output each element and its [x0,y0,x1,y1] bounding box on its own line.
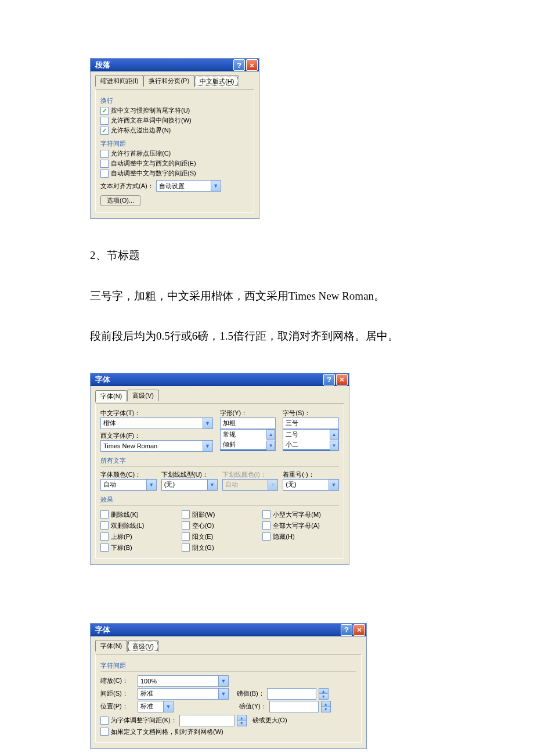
size-input[interactable]: 三号 [283,417,339,429]
chevron-down-icon: ▼ [211,181,221,191]
close-icon[interactable]: × [336,374,348,386]
position-combo[interactable]: 标准▼ [138,701,174,712]
scroll-down-icon[interactable]: ▼ [330,441,338,451]
scroll-down-icon[interactable]: ▼ [266,441,275,451]
ultype-combo[interactable]: (无)▼ [161,479,218,491]
checkbox[interactable] [100,543,109,552]
ulcolor-combo: 自动▼ [222,479,279,491]
by-label: 磅值(B)： [237,689,265,698]
by-input[interactable] [269,701,319,712]
checkbox[interactable] [262,532,270,541]
tab-paging[interactable]: 换行和分页(P) [143,75,194,87]
scrollbar[interactable]: ▲ ▼ [266,430,275,451]
help-icon[interactable]: ? [341,624,352,636]
spinner[interactable]: ▲▼ [321,701,331,712]
chevron-down-icon: ▼ [207,480,217,490]
section-charspacing: 字符间距 [100,661,356,670]
cn-font-combo[interactable]: 楷体 ▼ [100,417,213,429]
style-input[interactable]: 加粗 [220,417,276,429]
en-font-combo[interactable]: Times New Roman ▼ [100,440,213,452]
spinner-up-icon[interactable]: ▲ [322,701,330,707]
combo-value: 自动设置 [157,182,211,190]
style-label: 字形(Y)： [220,409,276,417]
scroll-up-icon[interactable]: ▲ [266,430,275,440]
titlebar: 字体 ? × [91,624,366,636]
tab-font[interactable]: 字体(N) [95,390,127,402]
help-icon[interactable]: ? [233,59,245,71]
spinner[interactable]: ▲▼ [319,688,329,700]
checkbox[interactable] [100,521,109,530]
list-item[interactable]: 常规 [221,430,267,440]
list-item[interactable]: 二号 [283,430,330,440]
tab-cjk[interactable]: 中文版式(H) [194,75,239,87]
kern-input[interactable] [179,715,234,726]
checkbox[interactable] [100,117,109,125]
checkbox[interactable] [100,510,109,519]
checkbox[interactable] [262,521,270,530]
checkbox[interactable]: ✓ [100,107,109,115]
titlebar: 段落 ? × [91,59,259,71]
chevron-down-icon: ▼ [203,441,212,451]
spinner-up-icon[interactable]: ▲ [319,689,328,694]
cb-label: 允许西文在单词中间换行(W) [111,116,192,125]
spinner-down-icon[interactable]: ▼ [319,694,328,699]
checkbox[interactable]: ✓ [100,127,109,135]
color-label: 字体颜色(C)： [100,470,157,479]
list-item[interactable]: 小二 [283,440,330,449]
tab-advanced[interactable]: 高级(V) [127,390,159,401]
spinner[interactable]: ▲▼ [237,715,247,726]
checkbox[interactable] [100,170,109,178]
scrollbar[interactable]: ▲ ▼ [330,430,338,451]
checkbox[interactable] [182,510,190,519]
checkbox[interactable] [100,728,109,736]
size-list[interactable]: 二号 小二 三号 ▲ ▼ [283,429,339,451]
cb-label: 自动调整中文与数字的间距(S) [111,169,196,178]
grid-label: 如果定义了文档网格，则对齐到网格(W) [111,728,223,736]
en-font-label: 西文字体(F)： [100,431,213,440]
checkbox[interactable] [182,521,190,530]
checkbox[interactable] [100,150,109,158]
list-item[interactable]: 倾斜 [221,440,267,449]
font-dialog: 字体 ? × 字体(N) 高级(V) 中文字体(T)： 楷体 ▼ [90,373,349,565]
list-item[interactable]: 三号 [283,449,330,451]
cb-label: 双删除线(L) [111,521,144,530]
close-icon[interactable]: × [246,59,258,71]
cb-label: 下标(B) [111,543,132,552]
color-combo[interactable]: 自动▼ [100,479,157,491]
spinner-down-icon[interactable]: ▼ [237,721,246,726]
ulcolor-label: 下划线颜色(I)： [222,470,279,479]
checkbox[interactable] [182,543,190,552]
titlebar: 字体 ? × [91,373,349,386]
scale-combo[interactable]: 100%▼ [138,675,229,687]
cb-label: 隐藏(H) [273,532,294,541]
emph-combo[interactable]: (无)▼ [283,479,339,491]
body-paragraph: 三号字，加粗，中文采用楷体，西文采用Times New Roman。 [90,283,444,309]
tab-indent[interactable]: 缩进和间距(I) [95,75,143,87]
align-combo[interactable]: 自动设置 ▼ [156,180,221,192]
section-effects: 效果 [100,495,339,504]
combo-value: Times New Roman [101,442,203,449]
kern-suffix: 磅或更大(O) [252,716,287,725]
section-charspacing: 字符间距 [100,139,249,148]
help-icon[interactable]: ? [323,374,335,386]
spacing-combo[interactable]: 标准▼ [138,688,229,700]
cn-font-label: 中文字体(T)： [100,409,213,417]
align-label: 文本对齐方式(A)： [100,182,154,190]
spinner-up-icon[interactable]: ▲ [237,715,246,721]
cb-label: 阴文(G) [192,543,214,552]
options-button[interactable]: 选项(O)... [100,195,140,206]
cb-label: 上标(P) [111,532,132,541]
spinner-down-icon[interactable]: ▼ [322,707,330,712]
close-icon[interactable]: × [353,624,365,636]
checkbox[interactable] [262,510,270,519]
checkbox[interactable] [182,532,190,541]
checkbox[interactable] [100,532,109,541]
checkbox[interactable] [100,717,109,725]
style-list[interactable]: 常规 倾斜 加粗 ▲ ▼ [220,429,276,451]
tab-advanced[interactable]: 高级(V) [127,640,159,652]
tab-font[interactable]: 字体(N) [95,640,127,651]
by-input[interactable] [267,688,316,700]
list-item[interactable]: 加粗 [221,449,267,451]
scroll-up-icon[interactable]: ▲ [330,430,338,440]
checkbox[interactable] [100,160,109,168]
